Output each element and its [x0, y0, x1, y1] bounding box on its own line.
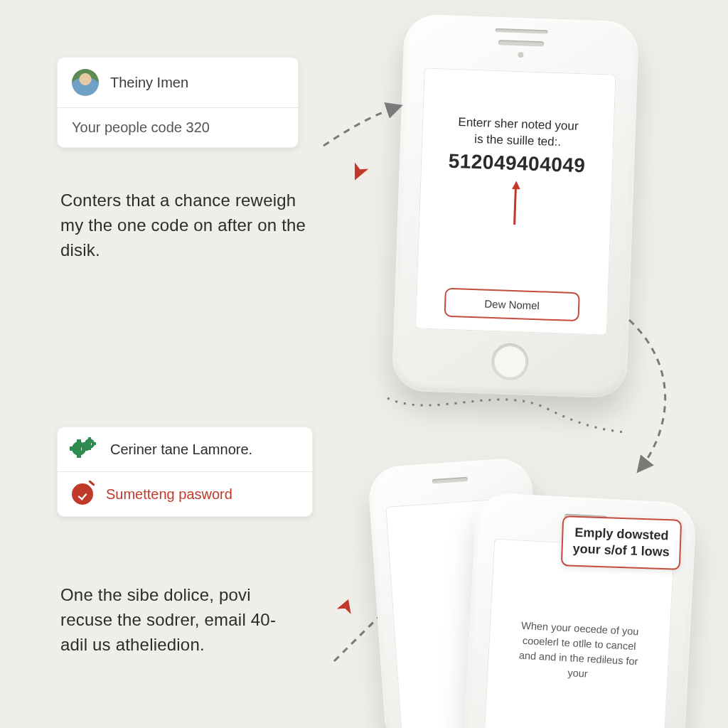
phone-camera — [518, 52, 523, 58]
settings-row[interactable]: Ceriner tane Lamnore. — [58, 427, 312, 471]
prompt-line2: is the suille ted:. — [474, 132, 561, 149]
arrow-up-icon — [508, 179, 523, 225]
msg-l1: When your oecede of you — [521, 620, 639, 638]
password-row[interactable]: Sumetteng pasword — [58, 471, 312, 516]
sms-sender-row: Theiny Imen — [58, 58, 298, 107]
settings-card: Ceriner tane Lamnore. Sumetteng pasword — [57, 427, 313, 517]
submit-code-button[interactable]: Dew Nomel — [444, 288, 580, 322]
prompt-line1: Enterr sher noted your — [458, 115, 579, 133]
callout-l1: Emply dowsted — [574, 525, 669, 543]
msg-l3: and and in the redileus for — [518, 650, 638, 668]
sms-body: Your people code 320 — [72, 119, 210, 136]
confirmation-message: When your oecede of you cooelerl te otll… — [510, 618, 647, 685]
code-number: 512049404049 — [448, 150, 586, 178]
phone-screen: Enterr sher noted your is the suille ted… — [415, 68, 616, 335]
callout-l2: your s/of 1 lows — [572, 542, 670, 560]
msg-l4: your — [567, 667, 588, 679]
gears-icon — [72, 439, 97, 460]
callout-bubble: Emply dowsted your s/of 1 lows — [561, 515, 682, 570]
home-button[interactable] — [491, 343, 529, 381]
arrowhead-icon: ➤ — [344, 159, 374, 186]
sms-card: Theiny Imen Your people code 320 — [57, 57, 299, 148]
step1-description: Conters that a chance reweigh my the one… — [60, 188, 316, 262]
enter-code-prompt: Enterr sher noted your is the suille ted… — [457, 114, 579, 151]
phone-speaker — [432, 477, 468, 483]
password-label: Sumetteng pasword — [106, 486, 232, 503]
phone-top-bar — [496, 28, 548, 34]
sender-name: Theiny Imen — [110, 75, 188, 91]
arrowhead-icon: ➤ — [331, 595, 360, 617]
check-badge-icon — [72, 483, 93, 505]
msg-l2: cooelerl te otlle to cancel — [523, 635, 636, 652]
sms-body-row: Your people code 320 — [58, 107, 298, 147]
avatar — [72, 69, 99, 96]
phone-enter-code: Enterr sher noted your is the suille ted… — [392, 14, 639, 398]
settings-label: Ceriner tane Lamnore. — [110, 441, 252, 458]
phone-speaker — [498, 40, 544, 46]
step2-description: One the sibe dolice, povi recuse the sod… — [60, 583, 288, 657]
